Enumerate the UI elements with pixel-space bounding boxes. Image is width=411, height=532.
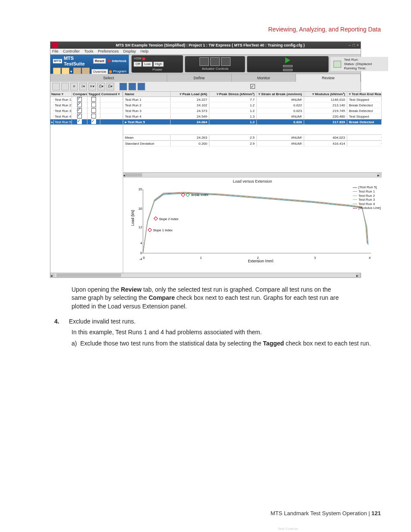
scroll-thumb[interactable]	[125, 173, 142, 177]
program-indicator: Program	[109, 69, 127, 74]
actuator-icon[interactable]	[210, 57, 220, 66]
actuator-icon[interactable]	[199, 57, 209, 66]
cell-mod: 219.745	[304, 109, 347, 114]
comment-cell[interactable]	[100, 99, 123, 100]
sub-step-a: a) Exclude those two test runs from the …	[72, 340, 381, 347]
toolbar-icon[interactable]: ✓	[250, 84, 255, 89]
x-axis-label: Extension (mm)	[248, 259, 273, 262]
tab-monitor[interactable]: Monitor	[232, 74, 296, 82]
stat-label: Mean	[123, 135, 171, 140]
toolbar-icon[interactable]	[61, 83, 69, 90]
toolbar-icon[interactable]: ≡	[70, 83, 78, 90]
dcol-end[interactable]: ▿ Test Run End Reason	[347, 92, 382, 97]
menu-controller[interactable]: Controller	[63, 49, 80, 53]
step-4-desc: In this example, Test Runs 1 and 4 had p…	[72, 328, 347, 337]
scroll-right-icon[interactable]: ▸	[356, 274, 361, 277]
data-row[interactable]: Test Run 324.3731.20.623219.745Break Det…	[123, 108, 382, 114]
ribbon-controller-panel: MTS MTS TestSuite Reset Interlock ▾ Over…	[50, 55, 129, 74]
menu-tools[interactable]: Tools	[84, 49, 93, 53]
data-row[interactable]: Test Run 124.2277.7#NUM!1146.010Test Sto…	[123, 97, 382, 103]
data-row[interactable]: ▸ Test Run 524.0641.20.626217.839Break D…	[123, 119, 382, 125]
close-button[interactable]: ×	[357, 43, 359, 48]
compare-checkbox[interactable]	[72, 119, 87, 126]
cell-name: ▸ Test Run 5	[123, 120, 171, 125]
window-titlebar: MTS SH Example Tension (Simplified) : Pr…	[50, 42, 361, 49]
scroll-right-icon[interactable]: ▸	[377, 173, 382, 177]
results-pane: Name ▿ Peak Load (kN) ▿ Peak Stress (kN/…	[123, 92, 382, 273]
svg-text:4: 4	[369, 256, 371, 260]
cell-name: Test Run 4	[123, 114, 171, 119]
toolbar-icon[interactable]	[119, 83, 127, 90]
review-info-panel: Test Run: Status: (Displaced Running Tim…	[330, 57, 388, 71]
toolbar-icon[interactable]	[52, 83, 60, 90]
toolbar-icon[interactable]	[137, 83, 145, 90]
dcol-stress[interactable]: ▿ Peak Stress (kN/mm²)	[209, 92, 257, 97]
dcol-mod[interactable]: ▿ Modulus (kN/mm²)	[304, 92, 347, 97]
power-high-button[interactable]: High	[153, 62, 164, 67]
toolbar-icon[interactable]: ⎙	[106, 83, 114, 90]
dcol-peak[interactable]: ▿ Peak Load (kN)	[171, 92, 209, 97]
app-screenshot: MTS SH Example Tension (Simplified) : Pr…	[50, 41, 361, 278]
review-toolbar: ≡ i ≡ ⎙ ⎙ ✓	[50, 82, 361, 92]
dcol-strain[interactable]: ▿ Strain at Break (mm/mm)	[257, 92, 304, 97]
toolbar-icon[interactable]: i	[79, 83, 87, 90]
review-icon	[333, 61, 341, 68]
stat-peak: 0.200	[171, 141, 209, 146]
test-control-icon[interactable]	[283, 65, 293, 67]
tagged-checkbox[interactable]	[87, 119, 100, 126]
test-control-icon[interactable]	[283, 69, 293, 71]
outer-h-scrollbar[interactable]: ◂ ▸	[50, 273, 361, 277]
svg-text:12: 12	[139, 225, 142, 229]
menu-help[interactable]: Help	[140, 49, 149, 53]
menubar: File Controller Tools Preferences Displa…	[50, 49, 361, 54]
cell-strain: #NUM!	[257, 97, 304, 103]
play-icon[interactable]	[285, 57, 290, 63]
reset-button[interactable]: Reset	[93, 58, 106, 64]
menu-file[interactable]: File	[52, 49, 59, 53]
svg-text:4: 4	[140, 241, 142, 245]
ribbon: MTS MTS TestSuite Reset Interlock ▾ Over…	[50, 54, 361, 74]
dcol-name[interactable]: Name	[123, 92, 171, 97]
run-name: Test Run 4	[54, 114, 72, 119]
cell-mod: 217.839	[304, 120, 347, 125]
toolbar-icon[interactable]: ⎙	[97, 83, 105, 90]
menu-preferences[interactable]: Preferences	[98, 49, 119, 53]
maximize-button[interactable]: □	[352, 43, 355, 48]
toolbar-icon[interactable]: ≡	[88, 83, 96, 90]
legend-item: [Test Run 5]	[353, 185, 381, 190]
data-row[interactable]: Test Run 224.1021.20.622213.140Break Det…	[123, 103, 382, 108]
col-comment[interactable]: Comment ▿	[100, 92, 123, 97]
scroll-left-icon[interactable]: ◂	[50, 274, 55, 277]
legend-item: Test Run 3	[353, 198, 381, 202]
h-scrollbar[interactable]: ◂ ▸	[123, 172, 382, 177]
col-name[interactable]: Name ▿	[50, 92, 72, 97]
comment-cell[interactable]	[100, 110, 123, 111]
stat-stress: 2.9	[209, 141, 257, 146]
stat-label: Standard Deviation	[123, 141, 171, 146]
run-selector-grid: Name ▿ Compare ▿ Tagged ▿ Comment ▿ Test…	[50, 92, 123, 273]
comment-cell[interactable]	[100, 121, 123, 122]
power-off-button[interactable]: Off	[134, 62, 142, 67]
step-text: Exclude invalid test runs.	[69, 318, 136, 325]
actuator-icon[interactable]	[221, 57, 230, 66]
tab-define[interactable]: Define	[167, 74, 232, 82]
legend-item: Test Run 2	[353, 194, 381, 198]
power-low-button[interactable]: Low	[143, 62, 153, 67]
comment-cell[interactable]	[100, 105, 123, 106]
menu-display[interactable]: Display	[123, 49, 136, 53]
cell-name: Test Run 2	[123, 103, 171, 108]
tab-review[interactable]: Review	[296, 74, 361, 82]
cell-mod: 213.140	[304, 103, 347, 108]
cell-stress: 1.2	[209, 109, 257, 114]
override-button[interactable]: Override	[91, 69, 108, 75]
minimize-button[interactable]: –	[349, 43, 351, 48]
run-row[interactable]: ▸Test Run 5	[50, 119, 123, 125]
scroll-thumb[interactable]	[56, 274, 121, 277]
comment-cell[interactable]	[100, 116, 123, 117]
test-controls-panel: Test Controls	[247, 56, 329, 72]
toolbar-icon[interactable]	[128, 83, 136, 90]
tab-select[interactable]: Select	[50, 74, 167, 82]
stat-strain: #NUM!	[257, 141, 304, 146]
run-name: Test Run 2	[54, 103, 72, 108]
data-row[interactable]: Test Run 424.5491.3#NUM!220.480Test Stop…	[123, 114, 382, 119]
